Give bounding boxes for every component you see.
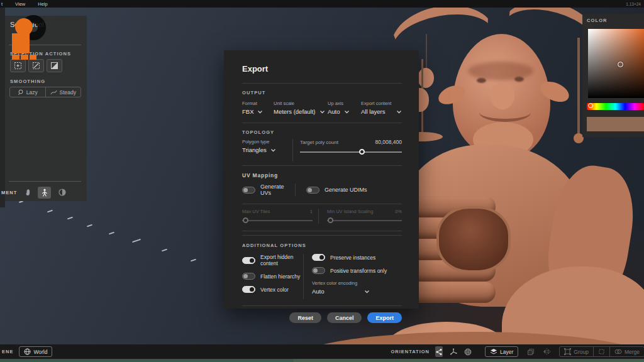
axes-icon bbox=[450, 348, 457, 356]
up-axis-label: Up axis bbox=[328, 101, 361, 106]
scene-label: ENE bbox=[0, 349, 13, 354]
invert-selection-button[interactable] bbox=[47, 59, 62, 72]
reset-button[interactable]: Reset bbox=[289, 312, 321, 323]
curve-icon bbox=[50, 89, 57, 96]
export-dialog: Export OUTPUT Format FBX Unit scale Mete… bbox=[224, 50, 419, 309]
stroke-mark bbox=[162, 249, 167, 252]
unit-scale-dropdown[interactable]: Unit scale Meters (default) bbox=[274, 101, 328, 115]
hue-slider[interactable] bbox=[587, 103, 644, 110]
layer-label: Layer bbox=[500, 349, 513, 355]
current-color-swatch bbox=[587, 117, 644, 131]
group-icon bbox=[564, 348, 571, 355]
preserve-instances-toggle[interactable] bbox=[312, 254, 325, 261]
color-picker-cursor[interactable] bbox=[618, 62, 623, 67]
bottom-toolbar: ENE World ORIENTATION bbox=[0, 344, 644, 359]
generate-uvs-label: Generate UVs bbox=[260, 184, 295, 196]
format-dropdown[interactable]: Format FBX bbox=[242, 101, 274, 115]
vertex-encoding-dropdown[interactable]: Vertex color encoding Auto bbox=[312, 280, 402, 295]
selection-add-icon bbox=[14, 62, 22, 70]
panel-title: Select Tool bbox=[10, 21, 44, 28]
polygon-type-dropdown[interactable]: Polygon type Triangles bbox=[242, 139, 292, 162]
smoothing-toggle-group: Lazy Steady bbox=[9, 87, 81, 97]
lasso-icon bbox=[18, 89, 24, 96]
target-poly-label: Target poly count bbox=[300, 140, 338, 145]
layer-button[interactable]: Layer bbox=[485, 346, 518, 357]
target-poly-slider[interactable] bbox=[300, 149, 402, 155]
sculpture-hanging-ornament bbox=[418, 68, 434, 88]
group-merge-toolbar: Group Merge bbox=[559, 346, 644, 357]
menu-item-help[interactable]: Help bbox=[31, 1, 53, 7]
menu-item-view[interactable]: View bbox=[9, 1, 31, 7]
merge-icon bbox=[614, 348, 622, 355]
smoothing-steady-button[interactable]: Steady bbox=[45, 87, 81, 97]
pose-tool-button-selected[interactable] bbox=[38, 187, 51, 199]
hue-slider-cursor[interactable] bbox=[588, 103, 593, 108]
world-button[interactable]: World bbox=[19, 346, 52, 357]
flatten-hierarchy-row: Flatten hierarchy bbox=[242, 273, 303, 280]
orientation-axes-button[interactable] bbox=[450, 348, 457, 356]
export-content-dropdown[interactable]: Export content All layers bbox=[361, 101, 402, 115]
max-uv-tiles-value: 1 bbox=[310, 209, 313, 214]
sculpture-hanging-wire bbox=[426, 34, 427, 70]
up-axis-value: Auto bbox=[328, 108, 340, 115]
max-uv-tiles-label: Max UV Tiles bbox=[242, 209, 270, 214]
generate-udims-toggle[interactable] bbox=[306, 187, 319, 194]
merge-button-disabled[interactable]: Merge bbox=[609, 347, 644, 356]
export-content-label: Export content bbox=[361, 101, 402, 106]
select-all-button[interactable] bbox=[10, 59, 26, 72]
divider bbox=[9, 181, 81, 182]
share-node-icon bbox=[435, 348, 443, 356]
layers-icon bbox=[490, 348, 497, 356]
contrast-tool-button[interactable] bbox=[58, 189, 66, 196]
duplicate-button-disabled[interactable] bbox=[527, 348, 535, 356]
generate-uvs-toggle[interactable] bbox=[242, 187, 255, 194]
menu-item-clipped[interactable]: t bbox=[0, 1, 9, 7]
orientation-world-button[interactable] bbox=[464, 348, 472, 356]
stroke-mark bbox=[191, 259, 196, 262]
output-section-label: OUTPUT bbox=[242, 90, 402, 96]
ungroup-button-disabled[interactable] bbox=[593, 347, 609, 356]
positive-transforms-toggle[interactable] bbox=[312, 267, 325, 274]
saturation-value-picker[interactable] bbox=[588, 29, 644, 98]
min-uv-island-label: Min UV Island Scaling bbox=[327, 209, 373, 214]
mirror-button-disabled[interactable] bbox=[543, 348, 551, 355]
smoothing-lazy-button[interactable]: Lazy bbox=[10, 87, 45, 97]
unit-scale-value: Meters (default) bbox=[274, 108, 316, 115]
chevron-down-icon bbox=[319, 110, 325, 114]
uv-mapping-section-label: UV Mapping bbox=[242, 172, 402, 178]
flatten-hierarchy-toggle[interactable] bbox=[242, 273, 255, 280]
sculpture-grin bbox=[479, 103, 531, 122]
deselect-all-button[interactable] bbox=[28, 59, 44, 72]
sculpture-eye-left bbox=[477, 78, 486, 83]
selection-actions-label: SELECTION ACTIONS bbox=[10, 51, 71, 57]
up-axis-dropdown[interactable]: Up axis Auto bbox=[328, 101, 361, 115]
sculpture-eye-right bbox=[514, 77, 524, 82]
vertex-color-label: Vertex color bbox=[260, 287, 289, 293]
chevron-down-icon bbox=[257, 110, 263, 114]
dialog-title: Export bbox=[242, 50, 402, 74]
cancel-button[interactable]: Cancel bbox=[327, 312, 362, 323]
merge-label: Merge bbox=[625, 349, 640, 355]
hand-tool-button[interactable] bbox=[25, 188, 33, 197]
menu-bar: t View Help 1.13+24 bbox=[0, 0, 644, 8]
format-label: Format bbox=[242, 101, 274, 106]
unit-scale-label: Unit scale bbox=[274, 101, 328, 106]
contrast-circle-icon bbox=[58, 189, 66, 196]
min-uv-island-slider bbox=[327, 217, 402, 224]
export-button[interactable]: Export bbox=[367, 312, 402, 323]
ungroup-icon bbox=[598, 348, 605, 355]
positive-transforms-label: Positive transforms only bbox=[330, 268, 387, 274]
orientation-object-button[interactable] bbox=[435, 346, 443, 357]
stroke-mark bbox=[87, 224, 92, 228]
vertex-color-toggle[interactable] bbox=[242, 286, 255, 293]
preserve-instances-row: Preserve instances bbox=[312, 254, 402, 261]
polygon-type-value: Triangles bbox=[242, 146, 267, 153]
group-button-disabled[interactable]: Group bbox=[560, 347, 593, 356]
color-panel: COLOR bbox=[582, 14, 644, 137]
topology-section-label: TOPOLOGY bbox=[242, 129, 402, 135]
export-hidden-toggle[interactable] bbox=[242, 257, 255, 264]
export-hidden-label: Export hidden content bbox=[260, 254, 303, 266]
stroke-mark bbox=[47, 210, 53, 213]
world-label: World bbox=[33, 349, 47, 355]
format-value: FBX bbox=[242, 108, 253, 115]
